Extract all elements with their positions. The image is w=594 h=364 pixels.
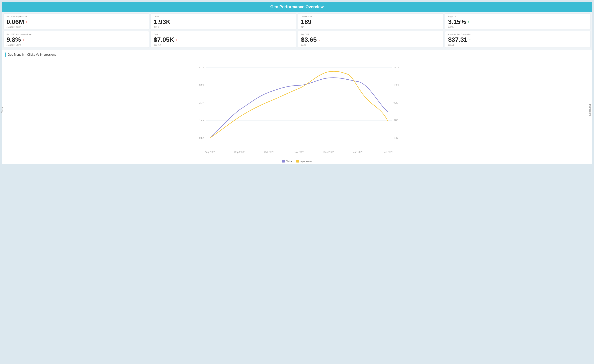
legend-box-clicks <box>282 160 285 163</box>
metric-prev-impressions: Jan 2023: 0.11M <box>7 26 146 28</box>
metric-card-conv-rate: Feb 2023: Conversion Rate 9.8% ↓ Jan 202… <box>3 31 149 47</box>
metrics-row-1: Feb 2023: Impressions 0.06M ↓ Jan 2023: … <box>3 13 591 30</box>
svg-text:132K: 132K <box>393 84 399 86</box>
svg-text:Feb 2023: Feb 2023 <box>383 151 393 153</box>
impressions-line <box>210 71 388 138</box>
metric-label-cost: Cost <box>154 33 293 35</box>
metric-value-cost-per-conv: $37.31 <box>448 36 467 43</box>
svg-text:172K: 172K <box>393 66 399 69</box>
svg-text:Sep 2022: Sep 2022 <box>234 151 245 153</box>
clicks-line <box>210 78 388 138</box>
metric-label-cost-per-conv: Avg Cost Per Conversion <box>448 33 587 35</box>
metric-prev-cpr: $3.88 <box>301 44 440 46</box>
legend-item-impressions: Impressions <box>296 160 312 163</box>
metric-label-cpr: Avg CPR <box>301 33 440 35</box>
metric-value-cost: $7.05K <box>154 36 174 43</box>
metric-label-ctr: Avg CTR <box>448 15 587 18</box>
metric-label-conv-rate: Feb 2023: Conversion Rate <box>7 33 146 35</box>
legend-item-clicks: Clicks <box>282 160 292 163</box>
header-title: Geo Performance Overview <box>270 4 324 9</box>
metric-label-conversions: Conversions <box>301 15 440 18</box>
metric-value-conversions: 189 <box>301 18 311 25</box>
svg-text:Dec 2022: Dec 2022 <box>323 151 334 153</box>
chart-svg: 4.1K 3.2K 2.3K 1.4K 0.5K 172K 132K 92K 5… <box>16 64 578 157</box>
svg-text:Jan 2023: Jan 2023 <box>353 151 363 153</box>
metric-prev-cost-per-conv: $31.51 <box>448 44 587 46</box>
metric-prev-ctr: 2.97% <box>448 26 587 28</box>
chart-title-bar: Geo Monthly - Clicks Vs Impressions <box>5 53 589 59</box>
metric-card-ctr: Avg CTR 3.15% ↑ 2.97% <box>445 13 591 30</box>
metrics-row-2: Feb 2023: Conversion Rate 9.8% ↓ Jan 202… <box>3 31 591 47</box>
metric-prev-clicks: 3.36K <box>154 26 293 28</box>
metric-value-clicks: 1.93K <box>154 18 171 25</box>
metric-arrow-cost-per-conv: ↑ <box>469 38 471 42</box>
svg-text:4.1K: 4.1K <box>199 66 204 69</box>
metric-value-cpr: $3.65 <box>301 36 317 43</box>
legend-label-impressions: Impressions <box>300 160 312 163</box>
svg-text:2.3K: 2.3K <box>199 101 204 104</box>
metric-card-cpr: Avg CPR $3.65 ↓ $3.88 <box>298 31 444 47</box>
metric-card-cost-per-conv: Avg Cost Per Conversion $37.31 ↑ $31.51 <box>445 31 591 47</box>
metrics-container: Feb 2023: Impressions 0.06M ↓ Jan 2023: … <box>2 12 592 50</box>
metric-arrow-cost: ↓ <box>176 38 178 42</box>
metric-card-impressions: Feb 2023: Impressions 0.06M ↓ Jan 2023: … <box>3 13 149 30</box>
page-header: Geo Performance Overview <box>2 2 592 12</box>
svg-text:52K: 52K <box>393 119 398 122</box>
metric-value-ctr: 3.15% <box>448 18 466 25</box>
metric-value-impressions: 0.06M <box>7 18 24 25</box>
svg-text:Oct 2022: Oct 2022 <box>264 151 274 153</box>
svg-text:0.5K: 0.5K <box>199 137 204 139</box>
y-axis-left-label: Clicks <box>1 107 4 113</box>
legend-label-clicks: Clicks <box>286 160 292 163</box>
chart-legend: Clicks Impressions <box>5 160 589 163</box>
metric-prev-conversions: 414 <box>301 26 440 28</box>
svg-text:1.4K: 1.4K <box>199 119 204 122</box>
metric-arrow-cpr: ↓ <box>318 38 320 42</box>
y-axis-right-label: Impressions <box>589 104 592 116</box>
metric-card-clicks: Clicks 1.93K ↓ 3.36K <box>150 13 296 30</box>
svg-text:92K: 92K <box>393 101 398 104</box>
chart-section: Geo Monthly - Clicks Vs Impressions Clic… <box>2 50 592 164</box>
metric-arrow-conversions: ↓ <box>313 20 315 24</box>
svg-text:3.2K: 3.2K <box>199 84 204 86</box>
metric-value-conv-rate: 9.8% <box>7 36 21 43</box>
svg-text:Aug 2022: Aug 2022 <box>205 151 215 153</box>
metric-arrow-ctr: ↑ <box>467 20 469 24</box>
metric-card-cost: Cost $7.05K ↓ $13.05K <box>150 31 296 47</box>
chart-title-accent <box>5 53 6 57</box>
metric-arrow-clicks: ↓ <box>172 20 174 24</box>
metric-arrow-conv-rate: ↓ <box>22 38 25 42</box>
metric-card-conversions: Conversions 189 ↓ 414 <box>298 13 444 30</box>
metric-arrow-impressions: ↓ <box>26 20 28 24</box>
legend-box-impressions <box>296 160 299 163</box>
svg-text:Nov 2022: Nov 2022 <box>294 151 304 153</box>
chart-title: Geo Monthly - Clicks Vs Impressions <box>8 53 56 56</box>
metric-label-impressions: Feb 2023: Impressions <box>7 15 146 18</box>
svg-text:12K: 12K <box>393 137 398 139</box>
metric-prev-cost: $13.05K <box>154 44 293 46</box>
metric-label-clicks: Clicks <box>154 15 293 18</box>
metric-prev-conv-rate: Jan 2023: 12.3% <box>7 44 146 46</box>
